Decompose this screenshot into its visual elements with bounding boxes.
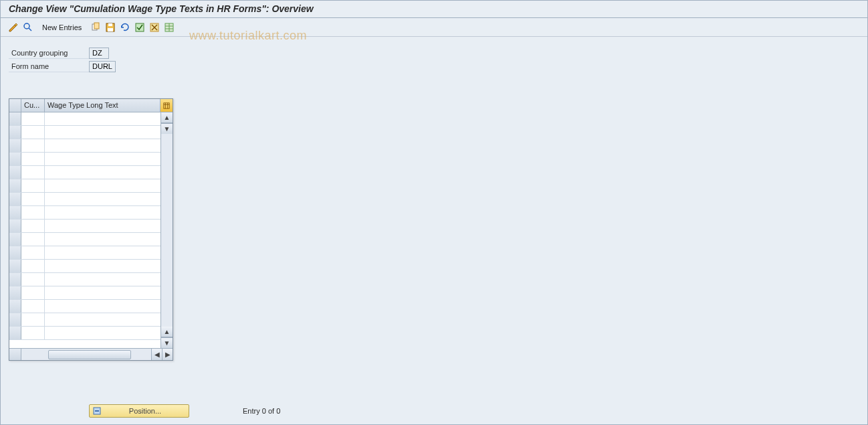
cell-wage-type[interactable] [45, 206, 160, 219]
svg-rect-3 [94, 23, 99, 29]
copy-icon[interactable] [90, 21, 102, 33]
table-row[interactable] [9, 286, 160, 300]
undo-icon[interactable] [119, 21, 131, 33]
cell-cu[interactable] [21, 246, 45, 259]
cell-wage-type[interactable] [45, 246, 160, 259]
country-grouping-label: Country grouping [9, 48, 89, 59]
table-row[interactable] [9, 193, 160, 206]
cell-wage-type[interactable] [45, 139, 160, 152]
table-row[interactable] [9, 139, 160, 153]
row-selector[interactable] [9, 206, 21, 219]
row-selector[interactable] [9, 233, 21, 246]
scroll-right-icon[interactable]: ▶ [162, 349, 173, 360]
cell-wage-type[interactable] [45, 179, 160, 192]
column-wage-type[interactable]: Wage Type Long Text [45, 99, 160, 112]
column-cu[interactable]: Cu... [21, 99, 45, 112]
cell-cu[interactable] [21, 126, 45, 139]
table-row[interactable] [9, 273, 160, 286]
scroll-left-icon[interactable]: ◀ [151, 349, 162, 360]
row-selector[interactable] [9, 179, 21, 192]
cell-wage-type[interactable] [45, 273, 160, 286]
row-selector[interactable] [9, 313, 21, 326]
table-row[interactable] [9, 206, 160, 220]
scroll-up-icon[interactable]: ▲ [161, 112, 173, 123]
country-grouping-field[interactable]: DZ [89, 48, 109, 59]
svg-rect-6 [108, 28, 113, 31]
table-row[interactable] [9, 179, 160, 193]
cell-cu[interactable] [21, 327, 45, 339]
save-icon[interactable] [104, 21, 116, 33]
cell-wage-type[interactable] [45, 300, 160, 313]
cell-cu[interactable] [21, 139, 45, 152]
horizontal-scrollbar[interactable]: ◀ ▶ [9, 348, 173, 360]
table-row[interactable] [9, 260, 160, 273]
configure-columns-icon[interactable] [160, 99, 173, 112]
find-icon[interactable] [22, 21, 34, 33]
scroll-down-bottom-icon[interactable]: ▼ [161, 337, 173, 348]
toolbar: New Entries [1, 18, 867, 37]
cell-cu[interactable] [21, 153, 45, 165]
cell-cu[interactable] [21, 273, 45, 286]
cell-cu[interactable] [21, 179, 45, 192]
cell-wage-type[interactable] [45, 220, 160, 232]
cell-cu[interactable] [21, 286, 45, 299]
row-selector[interactable] [9, 166, 21, 179]
row-selector[interactable] [9, 273, 21, 286]
position-icon [92, 406, 102, 416]
row-selector[interactable] [9, 112, 21, 125]
scroll-up-bottom-icon[interactable]: ▲ [161, 327, 173, 337]
row-selector[interactable] [9, 286, 21, 299]
table-row[interactable] [9, 153, 160, 166]
cell-cu[interactable] [21, 300, 45, 313]
row-selector[interactable] [9, 153, 21, 165]
table-row[interactable] [9, 300, 160, 313]
select-all-icon[interactable] [134, 21, 146, 33]
cell-cu[interactable] [21, 206, 45, 219]
cell-cu[interactable] [21, 220, 45, 232]
cell-wage-type[interactable] [45, 286, 160, 299]
cell-cu[interactable] [21, 313, 45, 326]
cell-cu[interactable] [21, 193, 45, 205]
table-row[interactable] [9, 327, 160, 340]
new-entries-button[interactable]: New Entries [37, 22, 87, 33]
cell-wage-type[interactable] [45, 153, 160, 165]
table-row[interactable] [9, 126, 160, 139]
cell-cu[interactable] [21, 233, 45, 246]
svg-rect-7 [136, 23, 144, 31]
table-row[interactable] [9, 166, 160, 179]
hscroll-thumb[interactable] [48, 350, 131, 359]
row-selector[interactable] [9, 220, 21, 232]
table-row[interactable] [9, 220, 160, 233]
cell-wage-type[interactable] [45, 193, 160, 205]
table-row[interactable] [9, 233, 160, 246]
cell-wage-type[interactable] [45, 233, 160, 246]
row-selector[interactable] [9, 193, 21, 205]
position-button[interactable]: Position... [89, 404, 189, 418]
cell-wage-type[interactable] [45, 260, 160, 272]
table-settings-icon[interactable] [163, 21, 175, 33]
select-all-column[interactable] [9, 99, 21, 112]
change-display-icon[interactable] [7, 21, 19, 33]
cell-wage-type[interactable] [45, 327, 160, 339]
scroll-down-icon[interactable]: ▼ [161, 123, 173, 134]
cell-wage-type[interactable] [45, 313, 160, 326]
cell-cu[interactable] [21, 166, 45, 179]
table-row[interactable] [9, 246, 160, 260]
cell-wage-type[interactable] [45, 126, 160, 139]
form-name-field[interactable]: DURL [89, 61, 116, 72]
form-name-label: Form name [9, 61, 89, 72]
row-selector[interactable] [9, 139, 21, 152]
vertical-scrollbar[interactable]: ▲ ▼ ▲ ▼ [160, 112, 173, 348]
row-selector[interactable] [9, 246, 21, 259]
row-selector[interactable] [9, 300, 21, 313]
row-selector[interactable] [9, 327, 21, 339]
cell-cu[interactable] [21, 112, 45, 125]
table-row[interactable] [9, 112, 160, 126]
cell-cu[interactable] [21, 260, 45, 272]
row-selector[interactable] [9, 260, 21, 272]
cell-wage-type[interactable] [45, 112, 160, 125]
deselect-all-icon[interactable] [148, 21, 160, 33]
cell-wage-type[interactable] [45, 166, 160, 179]
row-selector[interactable] [9, 126, 21, 139]
table-row[interactable] [9, 313, 160, 327]
